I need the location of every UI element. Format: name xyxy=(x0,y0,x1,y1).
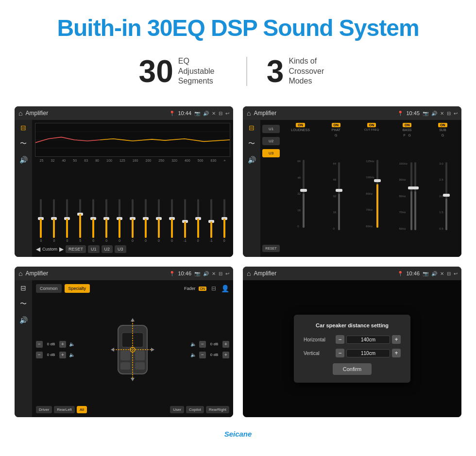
balance-home-icon[interactable]: ⌂ xyxy=(18,270,22,277)
cross-u1-btn[interactable]: U1 xyxy=(262,125,280,133)
eq-location-icon: 📍 xyxy=(169,111,175,116)
balance-minus-tr[interactable]: − xyxy=(199,341,206,348)
balance-plus-br[interactable]: + xyxy=(222,352,229,358)
dialog-vertical-plus[interactable]: + xyxy=(392,349,401,357)
svg-rect-7 xyxy=(135,351,145,360)
bass-f-slider[interactable] xyxy=(410,162,412,230)
balance-driver-btn[interactable]: Driver xyxy=(36,406,52,413)
dialog-horizontal-minus[interactable]: − xyxy=(336,335,344,344)
cutfreq-slider[interactable] xyxy=(376,160,378,228)
speaker-rl-icon: 🔈 xyxy=(69,352,75,357)
svg-rect-6 xyxy=(120,351,130,360)
distance-dialog: Car speaker distance setting Horizontal … xyxy=(294,315,410,383)
balance-plus-bl[interactable]: + xyxy=(59,352,66,358)
eq-speaker-icon[interactable]: 🔊 xyxy=(19,156,28,164)
phat-slider[interactable] xyxy=(338,162,340,230)
eq-u3-btn[interactable]: U3 xyxy=(115,245,126,253)
eq-prev-btn[interactable]: ◀ xyxy=(36,246,40,253)
svg-rect-8 xyxy=(120,362,130,370)
balance-all-btn[interactable]: All xyxy=(77,406,87,413)
screen-eq-card: ⌂ Amplifier 📍 10:44 📷 🔊 ✕ ⊟ ↩ ⊟ 〜 🔊 xyxy=(15,106,233,257)
eq-split-icon: ⊟ xyxy=(219,111,222,116)
cross-ch-sub: ON SUB G 3.0 2.5 2.0 1.5 0.5 xyxy=(426,123,459,254)
balance-db-bottom-left: − 0 dB + 🔈 xyxy=(36,352,75,358)
distance-time: 10:46 xyxy=(406,270,420,276)
balance-common-btn[interactable]: Common xyxy=(36,284,62,293)
dialog-confirm-button[interactable]: Confirm xyxy=(333,363,372,375)
balance-body: ⊟ 〜 🔊 Common Specialty Fader ON ⊟ 👤 xyxy=(15,280,233,417)
balance-db-top-right: 🔈 − 0 dB + xyxy=(190,341,229,348)
balance-car-area xyxy=(78,296,187,403)
balance-time: 10:46 xyxy=(178,270,191,276)
balance-minus-bl[interactable]: − xyxy=(36,352,43,358)
dialog-vertical-row: Vertical − 110cm + xyxy=(304,349,401,357)
page-header: Buith-in 30EQ DSP Sound System xyxy=(0,0,476,51)
eq-slider-10[interactable]: 0 xyxy=(153,199,165,242)
balance-plus-tr[interactable]: + xyxy=(222,341,229,348)
cross-reset-btn[interactable]: RESET xyxy=(262,245,280,252)
eq-slider-13[interactable]: 0 xyxy=(192,199,204,242)
cross-x-icon: ✕ xyxy=(440,111,444,116)
cross-home-icon[interactable]: ⌂ xyxy=(247,109,251,117)
distance-topbar: ⌂ Amplifier 📍 10:46 📷 🔊 ✕ ⊟ ↩ xyxy=(243,267,461,280)
stat-eq: 30 EQ AdjustableSegments xyxy=(119,56,246,87)
cross-eq-icon[interactable]: ⊟ xyxy=(249,124,255,132)
eq-slider-6[interactable]: 0 xyxy=(101,199,113,242)
cross-split-icon: ⊟ xyxy=(447,111,451,116)
dialog-vertical-minus[interactable]: − xyxy=(336,349,344,357)
eq-u1-btn[interactable]: U1 xyxy=(88,245,100,253)
sub-slider[interactable] xyxy=(445,162,447,230)
balance-db-bottom-right: 🔈 − 0 dB + xyxy=(190,352,229,358)
eq-back-icon[interactable]: ↩ xyxy=(225,111,229,116)
balance-speaker-icon[interactable]: 🔊 xyxy=(19,316,28,324)
screens-grid: ⌂ Amplifier 📍 10:44 📷 🔊 ✕ ⊟ ↩ ⊟ 〜 🔊 xyxy=(0,101,476,427)
balance-plus-tl[interactable]: + xyxy=(59,341,66,348)
distance-home-icon[interactable]: ⌂ xyxy=(247,270,251,277)
balance-copilot-btn[interactable]: Copilot xyxy=(186,406,204,413)
balance-wave-icon[interactable]: 〜 xyxy=(20,300,27,308)
eq-slider-2[interactable]: 0 xyxy=(48,199,60,242)
eq-equalizer-icon[interactable]: ⊟ xyxy=(20,124,26,132)
eq-slider-11[interactable]: 0 xyxy=(166,199,178,242)
cross-ch-bass: ON BASS F G 100Hz 90Hz 80Hz 70Hz 60Hz xyxy=(391,123,424,254)
stat-crossover-desc: Kinds ofCrossover Modes xyxy=(289,56,337,86)
balance-rearright-btn[interactable]: RearRight xyxy=(206,406,229,413)
eq-slider-4[interactable]: 5 xyxy=(74,199,86,242)
eq-sidebar: ⊟ 〜 🔊 xyxy=(15,120,32,257)
balance-specialty-btn[interactable]: Specialty xyxy=(65,284,90,293)
eq-slider-12[interactable]: -1 xyxy=(179,199,191,242)
eq-slider-5[interactable]: 0 xyxy=(87,199,100,242)
balance-minus-br[interactable]: − xyxy=(199,352,206,358)
balance-eq-icon[interactable]: ⊟ xyxy=(20,284,26,292)
eq-u2-btn[interactable]: U2 xyxy=(102,245,113,253)
eq-slider-1[interactable]: 0 xyxy=(35,199,47,242)
eq-slider-14[interactable]: -1 xyxy=(205,199,217,242)
balance-minus-tl[interactable]: − xyxy=(36,341,43,348)
balance-back-icon[interactable]: ↩ xyxy=(225,271,229,276)
eq-next-btn[interactable]: ▶ xyxy=(59,246,64,253)
eq-home-icon[interactable]: ⌂ xyxy=(18,109,22,117)
eq-slider-7[interactable]: 0 xyxy=(114,199,126,242)
svg-rect-9 xyxy=(135,362,145,370)
cross-u3-btn[interactable]: U3 xyxy=(262,149,280,157)
balance-x-icon: ✕ xyxy=(212,271,216,276)
cross-wave-icon[interactable]: 〜 xyxy=(248,139,255,148)
cross-u2-btn[interactable]: U2 xyxy=(262,137,280,145)
balance-location-icon: 📍 xyxy=(169,271,175,276)
cross-speaker-icon[interactable]: 🔊 xyxy=(248,156,256,164)
stat-eq-desc: EQ AdjustableSegments xyxy=(178,56,227,86)
eq-slider-3[interactable]: 0 xyxy=(61,199,73,242)
dialog-horizontal-value: 140cm xyxy=(346,336,390,344)
dialog-horizontal-plus[interactable]: + xyxy=(392,335,401,344)
eq-reset-btn[interactable]: RESET xyxy=(66,245,86,253)
distance-back-icon[interactable]: ↩ xyxy=(454,271,458,276)
bass-g-slider[interactable] xyxy=(414,162,416,230)
balance-user-btn[interactable]: User xyxy=(170,406,184,413)
balance-rearleft-btn[interactable]: RearLeft xyxy=(54,406,75,413)
loudness-slider[interactable] xyxy=(303,160,305,228)
eq-slider-9[interactable]: 0 xyxy=(140,199,152,242)
eq-slider-15[interactable]: 0 xyxy=(218,199,230,242)
eq-wave-icon[interactable]: 〜 xyxy=(20,139,27,148)
eq-slider-8[interactable]: 0 xyxy=(127,199,139,242)
cross-back-icon[interactable]: ↩ xyxy=(454,111,458,116)
